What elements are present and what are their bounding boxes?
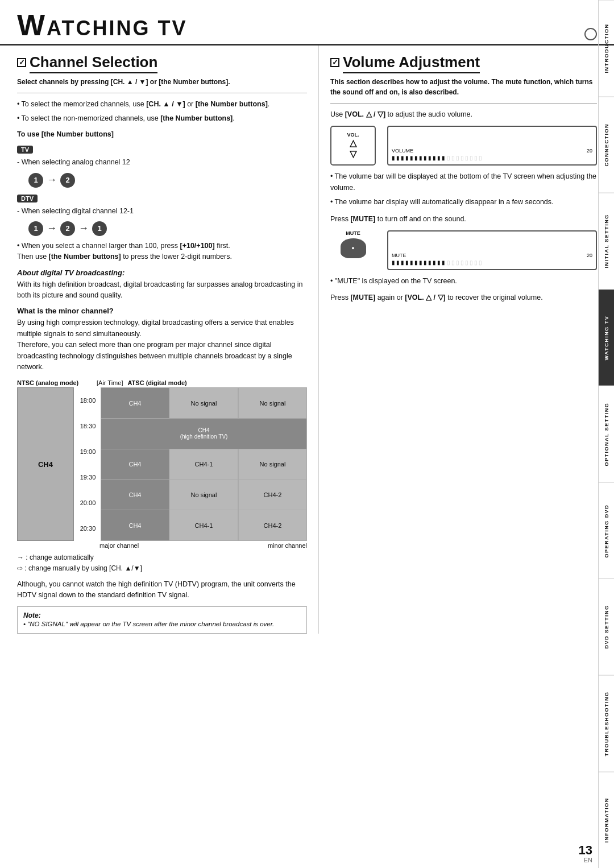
time-1900: 19:00 [75, 439, 101, 464]
minor-channel-label: minor channel [268, 542, 307, 549]
sidebar-initial-setting: INITIAL SETTING [599, 193, 614, 290]
atsc-cell-3-1: CH4 [101, 449, 169, 480]
atsc-row-3: CH4 CH4-1 No signal [101, 449, 307, 480]
vol-empty-segs: ▯▯▯▯▯▯▯▯ [447, 155, 483, 161]
vol-filled-segs: ▮▮▮▮▮▮▮▮▮▮▮▮ [392, 155, 446, 161]
dch-btn-1: 1 [28, 221, 43, 236]
tv-badge-container: TV [17, 143, 307, 156]
mute-screen-label: MUTE [392, 253, 406, 258]
vol-remote-box: VOL. △▽ [330, 126, 376, 166]
dch-btn-3: 1 [92, 221, 107, 236]
vol-arrows: △▽ [350, 138, 356, 159]
channel-diagram: NTSC (analog mode) [Air Time] ATSC (digi… [17, 379, 307, 549]
right-column: Volume Adjustment This section describes… [318, 46, 597, 634]
legend: → : change automatically ⇨ : change manu… [17, 552, 307, 574]
atsc-cell-3-3: No signal [238, 449, 307, 480]
note-title: Note: [23, 611, 301, 619]
channel-subtitle: Select channels by pressing [CH. ▲ / ▼] … [17, 77, 307, 87]
vol-bar-area: VOLUME 20 ▮▮▮▮▮▮▮▮▮▮▮▮ ▯▯▯▯▯▯▯▯ [392, 148, 592, 161]
atsc-row-1: CH4 No signal No signal [101, 387, 307, 419]
page-header: WATCHING TV [0, 0, 614, 46]
right-sidebar: INTRODUCTION CONNECTION INITIAL SETTING … [598, 0, 614, 868]
mute-screen-box: MUTE 20 ▮▮▮▮▮▮▮▮▮▮▮▮ ▯▯▯▯▯▯▯▯ [387, 230, 597, 270]
vol-divider [330, 103, 597, 104]
vol-bar-segs: ▮▮▮▮▮▮▮▮▮▮▮▮ ▯▯▯▯▯▯▯▯ [392, 155, 592, 161]
vol-screen-value: 20 [587, 148, 592, 154]
diagram-header: NTSC (analog mode) [Air Time] ATSC (digi… [17, 379, 307, 386]
mute-btn-label-top: MUTE [346, 230, 360, 236]
channel-body-1: • To select the memorized channels, use … [17, 99, 307, 110]
atsc-row-5: CH4 CH4-1 CH4-2 [101, 510, 307, 541]
tv-badge: TV [17, 146, 33, 154]
diagram-footer: major channel minor channel [17, 542, 307, 549]
vol-body-2: • The volume bar display will automatica… [330, 197, 597, 208]
mute-bar-segs: ▮▮▮▮▮▮▮▮▮▮▮▮ ▯▯▯▯▯▯▯▯ [392, 259, 592, 266]
vol-screen-box: VOLUME 20 ▮▮▮▮▮▮▮▮▮▮▮▮ ▯▯▯▯▯▯▯▯ [387, 126, 597, 166]
main-content: Channel Selection Select channels by pre… [0, 46, 614, 634]
atsc-cell-1-1: CH4 [101, 388, 169, 418]
section-divider [17, 93, 307, 93]
sidebar-dvd-setting: DVD SETTING [599, 578, 614, 675]
vol-checkbox-icon [330, 58, 339, 67]
channel-selection-heading: Channel Selection [17, 53, 307, 73]
atsc-cell-1-2: No signal [169, 388, 238, 418]
page-title: WATCHING TV [17, 10, 187, 40]
sidebar-operating-dvd: OPERATING DVD [599, 482, 614, 579]
legend-1: → : change automatically [17, 552, 307, 563]
ch-btn-2: 2 [60, 173, 75, 188]
mute-filled-segs: ▮▮▮▮▮▮▮▮▮▮▮▮ [392, 259, 446, 266]
minor-channel-body: By using high compression technology, di… [17, 317, 307, 373]
mute-remote-container: MUTE ● [330, 230, 376, 258]
dch-btn-2: 2 [60, 221, 75, 236]
digital-channel-row: 1 → 2 → 1 [28, 221, 307, 236]
digital-tv-heading: About digital TV broadcasting: [17, 268, 307, 277]
sidebar-introduction: INTRODUCTION [599, 0, 614, 97]
dtv-badge: DTV [17, 195, 38, 202]
over100-text: • When you select a channel larger than … [17, 241, 307, 263]
ntsc-col: CH4 [17, 387, 74, 541]
time-1830: 18:30 [75, 413, 101, 439]
atsc-cell-3-2: CH4-1 [169, 449, 238, 480]
legend-2: ⇨ : change manually by using [CH. ▲/▼] [17, 563, 307, 574]
mute-bar-area: MUTE 20 ▮▮▮▮▮▮▮▮▮▮▮▮ ▯▯▯▯▯▯▯▯ [392, 253, 592, 266]
analog-note: - When selecting analog channel 12 [17, 157, 307, 168]
page-number: 13 [579, 843, 592, 858]
diagram-table: CH4 18:00 18:30 19:00 19:30 20:00 20:30 … [17, 387, 307, 541]
mute-empty-segs: ▯▯▯▯▯▯▯▯ [447, 259, 483, 266]
sidebar-information: INFORMATION [599, 772, 614, 869]
time-2000: 20:00 [75, 490, 101, 515]
channel-section-title: Channel Selection [30, 53, 157, 73]
header-circle-decoration [584, 28, 597, 40]
volume-section-title: Volume Adjustment [343, 53, 480, 73]
analog-channel-row: 1 → 2 [28, 173, 307, 188]
sidebar-troubleshooting: TROUBLESHOOTING [599, 675, 614, 772]
left-column: Channel Selection Select channels by pre… [17, 46, 318, 634]
air-time-label: [Air Time] [97, 379, 123, 386]
atsc-cell-4-2: No signal [169, 480, 238, 510]
minor-channel-heading: What is the minor channel? [17, 307, 307, 315]
atsc-label: ATSC (digital mode) [127, 379, 186, 386]
vol-bar-header: VOLUME 20 [392, 148, 592, 154]
checkbox-icon [17, 58, 26, 67]
mute-screen-value: 20 [587, 253, 592, 258]
channel-body-2: • To select the non-memorized channels, … [17, 113, 307, 124]
atsc-row-4: CH4 No signal CH4-2 [101, 480, 307, 511]
atsc-cell-5-1: CH4 [101, 510, 169, 540]
atsc-row-2: CH4(high definition TV) [101, 419, 307, 449]
atsc-cell-2-1: CH4(high definition TV) [101, 419, 307, 449]
dch-arrow-2: → [78, 222, 89, 234]
atsc-grid: CH4 No signal No signal CH4(high definit… [101, 387, 307, 541]
atsc-cell-5-2: CH4-1 [169, 510, 238, 540]
vol-btn-label: VOL. [347, 132, 359, 138]
mute-btn[interactable]: ● [341, 238, 366, 258]
volume-adjustment-heading: Volume Adjustment [330, 53, 597, 73]
dch-arrow-1: → [47, 222, 57, 234]
digital-tv-body: With its high definition broadcast, digi… [17, 279, 307, 301]
vol-diagram: VOL. △▽ VOLUME 20 ▮▮▮▮▮▮▮▮▮▮▮▮ ▯▯▯▯▯▯▯▯ [330, 126, 597, 166]
dtv-badge-container: DTV [17, 192, 307, 205]
ntsc-label: NTSC (analog mode) [17, 379, 97, 386]
vol-body-1: • The volume bar will be displayed at th… [330, 171, 597, 193]
ch-arrow-1: → [47, 174, 57, 186]
mute-diagram: MUTE ● MUTE 20 ▮▮▮▮▮▮▮▮▮▮▮▮ ▯▯▯▯▯▯▯▯ [330, 230, 597, 270]
volume-subtitle: This section describes how to adjust the… [330, 77, 597, 97]
